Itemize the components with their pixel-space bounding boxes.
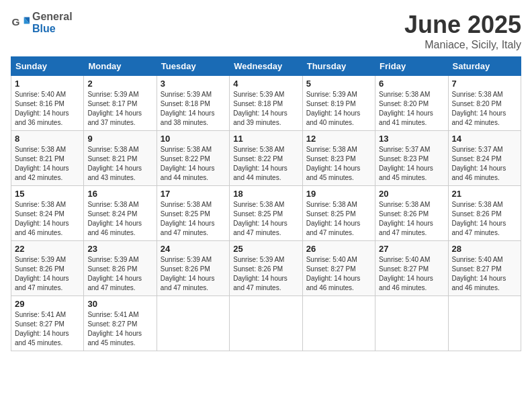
day-info: Sunrise: 5:38 AM Sunset: 8:26 PM Dayligh…: [379, 200, 444, 238]
calendar-table: Sunday Monday Tuesday Wednesday Thursday…: [11, 56, 521, 351]
col-sunday: Sunday: [11, 57, 84, 76]
day-info: Sunrise: 5:39 AM Sunset: 8:26 PM Dayligh…: [87, 255, 152, 293]
day-number: 8: [15, 134, 80, 144]
day-number: 18: [233, 189, 298, 199]
day-info: Sunrise: 5:40 AM Sunset: 8:27 PM Dayligh…: [306, 255, 371, 293]
calendar-day-cell: 20 Sunrise: 5:38 AM Sunset: 8:26 PM Dayl…: [375, 186, 448, 241]
day-number: 30: [87, 299, 152, 309]
day-number: 5: [306, 79, 371, 89]
day-info: Sunrise: 5:38 AM Sunset: 8:25 PM Dayligh…: [161, 200, 226, 238]
calendar-day-cell: 4 Sunrise: 5:39 AM Sunset: 8:18 PM Dayli…: [230, 76, 302, 131]
calendar-day-cell: 3 Sunrise: 5:39 AM Sunset: 8:18 PM Dayli…: [157, 76, 229, 131]
calendar-day-cell: 9 Sunrise: 5:38 AM Sunset: 8:21 PM Dayli…: [84, 131, 157, 186]
day-info: Sunrise: 5:38 AM Sunset: 8:20 PM Dayligh…: [379, 90, 444, 128]
day-number: 4: [233, 79, 298, 89]
logo-icon: G: [11, 13, 30, 32]
day-number: 23: [87, 244, 152, 254]
day-info: Sunrise: 5:38 AM Sunset: 8:24 PM Dayligh…: [87, 200, 152, 238]
day-info: Sunrise: 5:39 AM Sunset: 8:26 PM Dayligh…: [233, 255, 298, 293]
calendar-day-cell: 25 Sunrise: 5:39 AM Sunset: 8:26 PM Dayl…: [230, 241, 302, 296]
day-number: 7: [452, 79, 517, 89]
calendar-day-cell: 12 Sunrise: 5:38 AM Sunset: 8:23 PM Dayl…: [302, 131, 375, 186]
col-monday: Monday: [84, 57, 157, 76]
day-number: 2: [87, 79, 152, 89]
calendar-day-cell: 1 Sunrise: 5:40 AM Sunset: 8:16 PM Dayli…: [11, 76, 84, 131]
calendar-week-row: 8 Sunrise: 5:38 AM Sunset: 8:21 PM Dayli…: [11, 131, 521, 186]
day-number: 26: [306, 244, 371, 254]
calendar-day-cell: [157, 296, 229, 351]
day-info: Sunrise: 5:38 AM Sunset: 8:25 PM Dayligh…: [233, 200, 298, 238]
calendar-day-cell: 7 Sunrise: 5:38 AM Sunset: 8:20 PM Dayli…: [448, 76, 521, 131]
col-saturday: Saturday: [448, 57, 521, 76]
calendar-day-cell: [375, 296, 448, 351]
day-info: Sunrise: 5:38 AM Sunset: 8:23 PM Dayligh…: [306, 145, 371, 183]
day-info: Sunrise: 5:38 AM Sunset: 8:21 PM Dayligh…: [87, 145, 152, 183]
calendar-day-cell: 17 Sunrise: 5:38 AM Sunset: 8:25 PM Dayl…: [157, 186, 229, 241]
day-number: 13: [379, 134, 444, 144]
calendar-week-row: 22 Sunrise: 5:39 AM Sunset: 8:26 PM Dayl…: [11, 241, 521, 296]
title-area: June 2025 Maniace, Sicily, Italy: [404, 11, 521, 51]
day-info: Sunrise: 5:41 AM Sunset: 8:27 PM Dayligh…: [15, 310, 80, 348]
day-info: Sunrise: 5:39 AM Sunset: 8:26 PM Dayligh…: [161, 255, 226, 293]
day-number: 22: [15, 244, 80, 254]
day-info: Sunrise: 5:38 AM Sunset: 8:20 PM Dayligh…: [452, 90, 517, 128]
day-number: 19: [306, 189, 371, 199]
day-info: Sunrise: 5:38 AM Sunset: 8:22 PM Dayligh…: [161, 145, 226, 183]
svg-text:G: G: [11, 16, 19, 28]
col-friday: Friday: [375, 57, 448, 76]
calendar-day-cell: 30 Sunrise: 5:41 AM Sunset: 8:27 PM Dayl…: [84, 296, 157, 351]
calendar-day-cell: 13 Sunrise: 5:37 AM Sunset: 8:23 PM Dayl…: [375, 131, 448, 186]
col-thursday: Thursday: [302, 57, 375, 76]
logo-blue: Blue: [32, 23, 56, 34]
day-number: 27: [379, 244, 444, 254]
day-number: 3: [161, 79, 226, 89]
calendar-day-cell: 23 Sunrise: 5:39 AM Sunset: 8:26 PM Dayl…: [84, 241, 157, 296]
page-header: G General Blue June 2025 Maniace, Sicily…: [11, 11, 521, 51]
day-info: Sunrise: 5:39 AM Sunset: 8:19 PM Dayligh…: [306, 90, 371, 128]
day-number: 16: [87, 189, 152, 199]
calendar-day-cell: 27 Sunrise: 5:40 AM Sunset: 8:27 PM Dayl…: [375, 241, 448, 296]
day-info: Sunrise: 5:41 AM Sunset: 8:27 PM Dayligh…: [87, 310, 152, 348]
calendar-header-row: Sunday Monday Tuesday Wednesday Thursday…: [11, 57, 521, 76]
day-info: Sunrise: 5:38 AM Sunset: 8:26 PM Dayligh…: [452, 200, 517, 238]
calendar-day-cell: 24 Sunrise: 5:39 AM Sunset: 8:26 PM Dayl…: [157, 241, 229, 296]
col-tuesday: Tuesday: [157, 57, 229, 76]
day-info: Sunrise: 5:40 AM Sunset: 8:27 PM Dayligh…: [379, 255, 444, 293]
calendar-day-cell: [448, 296, 521, 351]
day-info: Sunrise: 5:39 AM Sunset: 8:18 PM Dayligh…: [233, 90, 298, 128]
calendar-day-cell: 11 Sunrise: 5:38 AM Sunset: 8:22 PM Dayl…: [230, 131, 302, 186]
day-number: 25: [233, 244, 298, 254]
calendar-day-cell: 15 Sunrise: 5:38 AM Sunset: 8:24 PM Dayl…: [11, 186, 84, 241]
calendar-week-row: 29 Sunrise: 5:41 AM Sunset: 8:27 PM Dayl…: [11, 296, 521, 351]
calendar-day-cell: [230, 296, 302, 351]
day-number: 9: [87, 134, 152, 144]
calendar-day-cell: 21 Sunrise: 5:38 AM Sunset: 8:26 PM Dayl…: [448, 186, 521, 241]
calendar-day-cell: 6 Sunrise: 5:38 AM Sunset: 8:20 PM Dayli…: [375, 76, 448, 131]
day-number: 21: [452, 189, 517, 199]
day-info: Sunrise: 5:38 AM Sunset: 8:22 PM Dayligh…: [233, 145, 298, 183]
calendar-day-cell: 22 Sunrise: 5:39 AM Sunset: 8:26 PM Dayl…: [11, 241, 84, 296]
day-info: Sunrise: 5:38 AM Sunset: 8:24 PM Dayligh…: [15, 200, 80, 238]
day-info: Sunrise: 5:39 AM Sunset: 8:17 PM Dayligh…: [87, 90, 152, 128]
calendar-week-row: 1 Sunrise: 5:40 AM Sunset: 8:16 PM Dayli…: [11, 76, 521, 131]
day-number: 12: [306, 134, 371, 144]
day-number: 11: [233, 134, 298, 144]
day-info: Sunrise: 5:40 AM Sunset: 8:27 PM Dayligh…: [452, 255, 517, 293]
day-number: 29: [15, 299, 80, 309]
day-number: 20: [379, 189, 444, 199]
day-info: Sunrise: 5:37 AM Sunset: 8:24 PM Dayligh…: [452, 145, 517, 183]
calendar-day-cell: 18 Sunrise: 5:38 AM Sunset: 8:25 PM Dayl…: [230, 186, 302, 241]
day-number: 1: [15, 79, 80, 89]
day-number: 15: [15, 189, 80, 199]
logo-general: General: [32, 11, 73, 22]
calendar-day-cell: 14 Sunrise: 5:37 AM Sunset: 8:24 PM Dayl…: [448, 131, 521, 186]
calendar-day-cell: [302, 296, 375, 351]
calendar-day-cell: 10 Sunrise: 5:38 AM Sunset: 8:22 PM Dayl…: [157, 131, 229, 186]
col-wednesday: Wednesday: [230, 57, 302, 76]
calendar-day-cell: 16 Sunrise: 5:38 AM Sunset: 8:24 PM Dayl…: [84, 186, 157, 241]
month-title: June 2025: [404, 11, 521, 39]
calendar-week-row: 15 Sunrise: 5:38 AM Sunset: 8:24 PM Dayl…: [11, 186, 521, 241]
day-info: Sunrise: 5:39 AM Sunset: 8:18 PM Dayligh…: [161, 90, 226, 128]
day-number: 17: [161, 189, 226, 199]
day-number: 10: [161, 134, 226, 144]
